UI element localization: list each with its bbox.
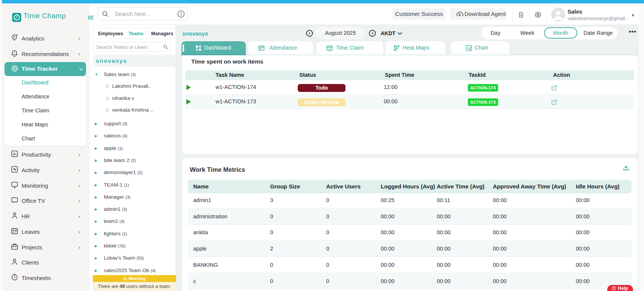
svg-text:?: ? (613, 287, 614, 289)
